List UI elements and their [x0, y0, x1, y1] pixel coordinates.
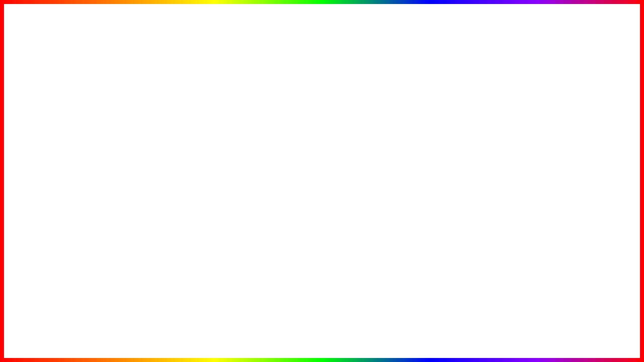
- raid-dropdown[interactable]: ... ▼: [468, 169, 619, 180]
- right-nav-teleport[interactable]: 📍 Teleport: [398, 176, 463, 192]
- auto-raid-row[interactable]: Auto Raid: [464, 145, 623, 158]
- option-auto-farm-checkbox[interactable]: [243, 175, 250, 182]
- left-panel-body: 🏠 Main 📊 Stats 📍 Teleport 👥 Players ✖ EP…: [31, 145, 256, 289]
- option-auto-rainbow-checkbox[interactable]: [243, 235, 250, 242]
- left-nav-main-label: Main: [47, 149, 60, 156]
- player-thumb-2: Soul Cake: [27, 339, 47, 359]
- auto-buy-shippo-label: Auto Buy Shippo Raid: [469, 251, 523, 257]
- left-panel-time: TIME | 13:36:49: [211, 135, 251, 141]
- right-nav-devil-fruit[interactable]: 🎯 DevilFruit: [398, 223, 463, 239]
- right-buy-icon: 🛒: [404, 243, 412, 250]
- left-nav-setting[interactable]: ⚙ Setting: [31, 254, 96, 270]
- right-panel-header: MUKURO HUB EPS-Raid TIME | 13:36:54: [398, 132, 623, 145]
- auto-buy-microchip-row[interactable]: Auto Buy Microchip: [464, 223, 623, 236]
- raid-option-buddha-label: Human: Buddha: [473, 199, 517, 206]
- left-nav-stats-label: Stats: [47, 165, 61, 172]
- right-nav-setting-label: Setting: [415, 258, 433, 265]
- right-user-avatar: 🌟: [404, 274, 416, 286]
- auto-buy-microchip-label: Auto Buy Microchip: [469, 226, 517, 232]
- eps-icon: ✖: [36, 212, 44, 219]
- auto-law-raid-row[interactable]: Auto Law Raid: [464, 236, 623, 248]
- right-setting-icon: ⚙: [404, 258, 412, 265]
- auto-law-raid-checkbox[interactable]: [611, 238, 618, 245]
- left-user-info: 🌟 Sky #2115: [31, 270, 96, 289]
- left-nav-eps-raid[interactable]: ✖ EPS-Raid: [31, 208, 96, 223]
- left-panel-header: MUKURO HUB Main TIME | 13:36:49: [31, 132, 256, 145]
- auto-law-raid-controls: [604, 238, 618, 245]
- option-auto-enma[interactable]: Auto Enma/Yama: [101, 220, 252, 233]
- title-area: BLOX FRUITS: [0, 5, 644, 50]
- auto-raid-label: Auto Raid: [468, 148, 492, 154]
- left-section-name: Main: [136, 135, 149, 142]
- option-auto-rainbow[interactable]: Auto Rainbow Haki: [101, 233, 252, 245]
- teleport-icon: 📍: [36, 180, 44, 188]
- right-nav-buy-item[interactable]: 🛒 Buy Item: [398, 239, 463, 254]
- left-user-id: #2115: [51, 280, 65, 286]
- right-nav: 🏠 Main 📊 Stats 📍 Teleport 👥 Players ✖ EP…: [398, 145, 464, 289]
- main-title: BLOX FRUITS: [166, 5, 478, 50]
- number-1: 10 0: [5, 320, 18, 327]
- right-user-id: #2115: [419, 280, 433, 286]
- left-content: Server Time Hour : 0 Minute : 10 Second …: [97, 145, 256, 289]
- option-auto-obs-checkbox[interactable]: [243, 248, 250, 255]
- right-panel-body: 🏠 Main 📊 Stats 📍 Teleport 👥 Players ✖ EP…: [398, 145, 623, 289]
- left-nav-players[interactable]: 👥 Players: [31, 192, 96, 208]
- left-nav-buy-label: Buy Item: [47, 243, 71, 250]
- auto-raid-checkbox[interactable]: [612, 148, 619, 155]
- right-nav-stats[interactable]: 📊 Stats: [398, 161, 463, 176]
- buy-icon: 🛒: [36, 243, 44, 250]
- option-auto-enma-checkbox[interactable]: [243, 223, 250, 230]
- right-nav-devil-label: DevilFruit: [415, 227, 440, 234]
- left-nav-teleport[interactable]: 📍 Teleport: [31, 176, 96, 192]
- dropdown-value: ...: [472, 171, 477, 177]
- option-auto-enma-label: Auto Enma/Yama: [103, 223, 145, 229]
- option-auto-elite-checkbox[interactable]: [243, 200, 250, 207]
- option-auto-farm[interactable]: Auto Farm Level: [101, 172, 252, 185]
- client-row: Client Fps : 60 Ping : 233.504 (4%CV): [101, 159, 252, 168]
- right-devil-icon: 🎯: [404, 227, 412, 234]
- right-eps-icon: ✖: [404, 212, 412, 219]
- left-nav-buy-item[interactable]: 🛒 Buy Item: [31, 239, 96, 254]
- home-icon: 🏠: [36, 149, 44, 156]
- right-teleport-icon: 📍: [404, 180, 412, 188]
- right-nav-eps-raid[interactable]: ✖ EPS-Raid: [398, 208, 463, 223]
- option-auto-spawn[interactable]: Auto SetSpawnPoint: [101, 185, 252, 198]
- left-nav-main[interactable]: 🏠 Main: [31, 145, 96, 161]
- right-nav-players-label: Players: [415, 196, 435, 203]
- server-time-label: Server Time: [101, 151, 130, 157]
- left-panel: MUKURO HUB Main TIME | 13:36:49 🏠 Main 📊…: [30, 131, 257, 290]
- server-time-value: Hour : 0 Minute : 10 Second : 52: [172, 151, 252, 157]
- chevron-down-icon: ▼: [609, 172, 614, 177]
- right-stats-icon: 📊: [404, 165, 412, 172]
- left-nav-setting-label: Setting: [47, 258, 66, 265]
- raid-option-sand[interactable]: Sand: [468, 209, 618, 223]
- auto-buy-shippo-row[interactable]: Auto Buy Shippo Raid: [464, 248, 623, 261]
- raid-option-magma[interactable]: Magma: [468, 182, 618, 196]
- right-panel: MUKURO HUB EPS-Raid TIME | 13:36:54 🏠 Ma…: [397, 131, 624, 290]
- auto-buy-microchip-checkbox[interactable]: [611, 226, 618, 233]
- raid-options-list: Magma Human: Buddha Sand: [468, 182, 619, 223]
- right-username: Sky: [419, 274, 433, 280]
- right-user-info: 🌟 Sky #2115: [398, 270, 463, 289]
- left-hub-name: MUKURO HUB: [36, 135, 74, 141]
- option-auto-obs[interactable]: Auto Observation V2: [101, 245, 252, 258]
- client-label: Client: [101, 160, 115, 166]
- option-auto-elite[interactable]: Auto Elite Hunter: [101, 198, 252, 210]
- right-user-details: Sky #2115: [419, 274, 433, 286]
- right-nav-setting[interactable]: ⚙ Setting: [398, 254, 463, 270]
- right-nav-players[interactable]: 👥 Players: [398, 192, 463, 208]
- option-auto-spawn-checkbox[interactable]: [243, 188, 250, 195]
- player-thumb-3: Holy Crown: [49, 339, 69, 359]
- left-nav-eps-label: EPS-Raid: [47, 212, 74, 219]
- right-content: Auto Raid Select Raid ... ▼ Magma Human:…: [464, 145, 623, 289]
- elite-progress: Total EliteHunter Progress : 6: [101, 210, 252, 220]
- right-section-name: EPS-Raid: [497, 135, 524, 142]
- right-nav-main[interactable]: 🏠 Main: [398, 145, 463, 161]
- raid-option-buddha[interactable]: Human: Buddha: [468, 196, 618, 209]
- left-nav-stats[interactable]: 📊 Stats: [31, 161, 96, 176]
- auto-buy-shippo-checkbox[interactable]: [611, 251, 618, 258]
- left-nav-devil-fruit[interactable]: 🎯 DevilFruit: [31, 223, 96, 239]
- option-auto-spawn-label: Auto SetSpawnPoint: [103, 188, 153, 194]
- option-auto-obs-label: Auto Observation V2: [103, 248, 154, 254]
- raid-option-sand-label: Sand: [473, 212, 488, 219]
